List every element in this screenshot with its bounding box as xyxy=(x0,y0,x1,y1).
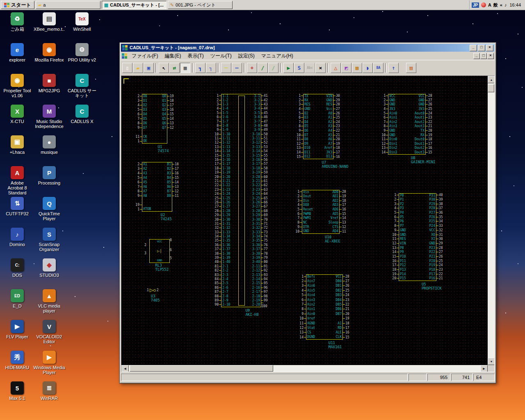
component-u7[interactable]: 1TXVIN302RXGND293RESRES284GNDVcc275D2A02… xyxy=(297,94,340,169)
menu-manual[interactable]: マニュアル(H) xyxy=(258,52,297,60)
run-button[interactable]: ▶ xyxy=(283,63,294,73)
desktop-icon-cadlus-x[interactable]: CCADLUS X xyxy=(66,105,98,135)
zoom-triangle-button[interactable]: △ xyxy=(331,63,341,73)
menu-view[interactable]: 表示(T) xyxy=(184,52,207,60)
desktop-icon-hidemaru[interactable]: 秀HIDEMARU xyxy=(2,351,32,381)
desktop-icon-e-d[interactable]: EDE_D xyxy=(2,289,32,320)
maximize-button[interactable]: □ xyxy=(478,45,485,51)
dotted-line-button[interactable]: ⋯ xyxy=(232,63,242,73)
scroll-right-button[interactable]: ▶ xyxy=(480,365,488,372)
scroll-up-button[interactable]: ▲ xyxy=(488,76,495,83)
start-button[interactable]: スタート xyxy=(1,1,34,9)
tray-collapse-chevron[interactable]: « xyxy=(500,2,502,7)
desktop-icon-studio3[interactable]: ◆STUDIO3 xyxy=(33,258,66,289)
desktop-icon-pro-utility-v2[interactable]: ⚙PRO Utility v2 xyxy=(66,43,98,74)
desktop-icon-processing[interactable]: PProcessing xyxy=(33,166,66,197)
taskbar-button-cadlus-circuit[interactable]: ▦CADLUS_サーキット - [... xyxy=(102,1,167,9)
desktop-icon-quicktime-player[interactable]: QQuickTime Player xyxy=(33,197,66,228)
child-close-button[interactable]: × xyxy=(487,53,494,59)
desktop-icon-music-studio-independence[interactable]: MMusic Studio Independence xyxy=(33,105,66,135)
gate-button[interactable]: ◗ xyxy=(363,63,373,73)
desktop-icon-scansnap-organizer[interactable]: SScanSnap Organizer xyxy=(33,228,66,258)
s-tool-button[interactable]: S xyxy=(294,63,304,73)
desktop-icon-winshell[interactable]: TeXWinShell xyxy=(66,12,98,43)
abc-tool-button[interactable]: Abc xyxy=(305,63,315,73)
component-u10[interactable]: 1VinAD0202DoutAD1193DinAD2184DO8AD3175Re… xyxy=(295,190,346,243)
menu-settings[interactable]: 設定(S) xyxy=(235,52,258,60)
desktop-icon-max-51[interactable]: 5Max 5.1 xyxy=(2,381,32,412)
component-u2[interactable]: 2A1B1183A2B2174A3B3165A4B4156A5B5147A6B6… xyxy=(135,162,179,221)
desktop-icon-propeller-tool[interactable]: ◉Propeller Tool v1.06 xyxy=(2,74,32,105)
scroll-left-button[interactable]: ◀ xyxy=(121,365,129,372)
palette-button[interactable]: ▦ xyxy=(352,63,362,73)
language-bar-icon[interactable] xyxy=(481,2,486,7)
child-minimize-button[interactable]: _ xyxy=(473,53,480,59)
new-button[interactable]: ▯ xyxy=(122,63,132,73)
horizontal-scroll-thumb[interactable] xyxy=(130,365,273,372)
child-restore-button[interactable]: □ xyxy=(480,53,487,59)
wire-thin-button[interactable]: ┐ xyxy=(206,63,216,73)
title-bar[interactable]: CADLUS_サーキット - [nagasm_07.drw] _ □ × xyxy=(121,44,495,52)
minimize-button[interactable]: _ xyxy=(470,45,477,51)
desktop-icon-winrar[interactable]: ≣WinRAR xyxy=(33,381,66,412)
component-u11[interactable]: 1BofsVCC282Ain7DB0273Ain6DB1264Ain5DB225… xyxy=(299,274,349,349)
desktop-icon-cadlus-circuit[interactable]: CCADLUS サーキット xyxy=(66,74,98,105)
export-button[interactable]: ↑ xyxy=(388,63,399,73)
ime-conversion-mode[interactable]: 般 xyxy=(493,2,498,8)
vertical-scrollbar[interactable]: ▲ ▼ xyxy=(488,76,494,365)
place-pin-button[interactable]: + xyxy=(247,63,257,73)
pin-number-left: 5 xyxy=(135,108,142,112)
desktop-icon-xbee-memo[interactable]: ▤XBee_memo.t.. xyxy=(33,12,66,43)
desktop-icon-domino[interactable]: ♪Domino xyxy=(2,228,32,258)
desktop-icon-lhaca[interactable]: ▣+Lhaca xyxy=(2,135,32,166)
vertical-scroll-thumb[interactable] xyxy=(488,84,494,92)
desktop-icon-flv-player[interactable]: ▶FLV Player xyxy=(2,320,32,351)
desktop-icon-cutftp32[interactable]: ⇅CUTFTP32 xyxy=(2,197,32,228)
select-button[interactable]: ↖ xyxy=(159,63,169,73)
desktop-icon-mpg2jpg[interactable]: ■MPG2JPG xyxy=(33,74,66,105)
schematic-canvas[interactable]: 2D0Q0193D1Q1184D2Q2175D3Q3166D4Q4157D5Q5… xyxy=(121,76,488,365)
ime-jp-badge[interactable]: JP xyxy=(472,2,479,8)
colors-button[interactable]: ◩ xyxy=(341,63,352,73)
desktop-icon-windows-media-player[interactable]: ▶Windows Media Player xyxy=(33,351,66,381)
line-button[interactable]: ─ xyxy=(221,63,231,73)
component-u9[interactable]: 11-13-14121-23-24231-33-34341-43-44451-5… xyxy=(215,94,268,317)
open-button[interactable]: ▰ xyxy=(133,63,143,73)
draw-line2-button[interactable]: / xyxy=(268,63,278,73)
ba-button[interactable]: BA xyxy=(373,63,383,73)
library-button[interactable]: ▤ xyxy=(406,63,416,73)
taskbar-button-folder-a[interactable]: ▰a xyxy=(36,1,100,9)
move-button[interactable]: ⇄ xyxy=(169,63,180,73)
pin-name-left: D10 xyxy=(304,146,310,150)
menu-file[interactable]: ファイル(F) xyxy=(128,52,161,60)
horizontal-scrollbar[interactable]: ◀ ▶ xyxy=(121,365,488,372)
desktop-icon-x-ctu[interactable]: XX-CTU xyxy=(2,105,32,135)
wire-button[interactable]: ┓ xyxy=(195,63,205,73)
vertical-scroll-track[interactable] xyxy=(488,83,494,358)
ime-input-mode[interactable]: A xyxy=(488,2,491,7)
volume-icon[interactable]: ♪ xyxy=(504,2,507,7)
delete-button[interactable]: × xyxy=(315,63,326,73)
desktop-icon-recycle-bin[interactable]: ♻ごみ箱 xyxy=(2,12,32,43)
component-u3[interactable]: 1▷2U37405 xyxy=(147,288,159,302)
horizontal-scroll-track[interactable] xyxy=(129,365,480,372)
draw-line-button[interactable]: / xyxy=(258,63,268,73)
desktop-icon-explorer[interactable]: eexplorer xyxy=(2,43,32,74)
desktop-icon-mozilla-firefox[interactable]: ◉Mozilla Firefox xyxy=(33,43,66,74)
component-u8[interactable]: 1VCCVCC282GNDGND273GNDGND2643V33V3255Ain… xyxy=(381,94,432,164)
taskbar-button-paint-001jpg[interactable]: ✎001.JPG - ペイント xyxy=(168,1,233,9)
component-rl3[interactable]: 23865VCC▷|GNDRL3TLP552 xyxy=(144,238,178,272)
desktop-icon-musique[interactable]: ●musique xyxy=(33,135,66,166)
desktop-icon-adobe-acrobat[interactable]: AAdobe Acrobat 8 Standard xyxy=(2,166,32,197)
grid-button[interactable]: ▦ xyxy=(180,63,190,73)
save-button[interactable]: ▣ xyxy=(144,63,154,73)
component-u1[interactable]: 2D0Q0193D1Q1184D2Q2175D3Q3166D4Q4157D5Q5… xyxy=(135,94,174,153)
menu-tools[interactable]: ツール(T) xyxy=(207,52,235,60)
menu-edit[interactable]: 編集(E) xyxy=(161,52,184,60)
scroll-down-button[interactable]: ▼ xyxy=(488,358,495,365)
component-u5[interactable]: 1P0P31402P1P30393P2P29384P3P28375P4P2736… xyxy=(392,193,443,290)
close-button[interactable]: × xyxy=(486,45,493,51)
desktop-icon-vocaloid2-editor[interactable]: VVOCALOID2 Editor xyxy=(33,320,66,351)
desktop-icon-dos[interactable]: C:DOS xyxy=(2,258,32,289)
desktop-icon-vlc-media-player[interactable]: ▲VLC media player xyxy=(33,289,66,320)
